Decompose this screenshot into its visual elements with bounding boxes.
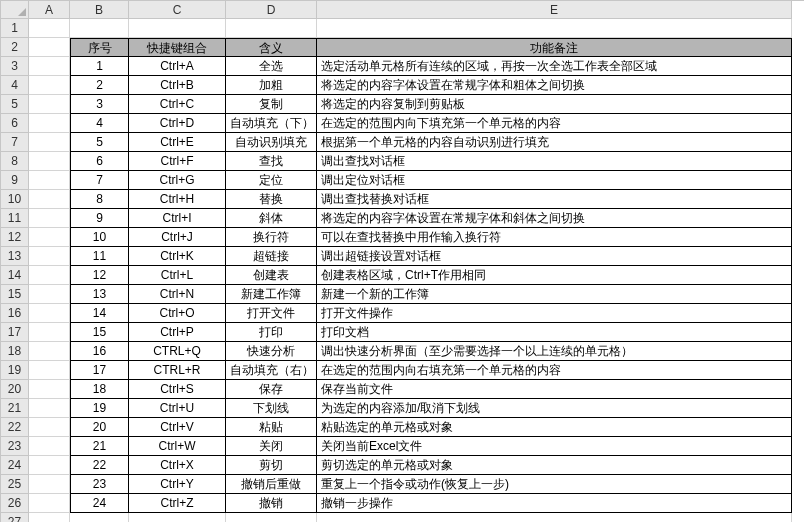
table-row[interactable]: 撤销后重做 [226, 475, 317, 494]
table-row[interactable]: 在选定的范围内向右填充第一个单元格的内容 [317, 361, 792, 380]
row-header-25[interactable]: 25 [1, 475, 29, 494]
table-row[interactable]: 关闭当前Excel文件 [317, 437, 792, 456]
cell[interactable] [29, 114, 70, 133]
cell[interactable] [29, 304, 70, 323]
table-row[interactable]: Ctrl+O [129, 304, 226, 323]
table-row[interactable]: 14 [70, 304, 129, 323]
table-row[interactable]: Ctrl+S [129, 380, 226, 399]
table-row[interactable]: CTRL+Q [129, 342, 226, 361]
cell[interactable] [29, 494, 70, 513]
cell[interactable] [29, 38, 70, 57]
cell[interactable] [29, 190, 70, 209]
table-row[interactable]: 为选定的内容添加/取消下划线 [317, 399, 792, 418]
row-header-24[interactable]: 24 [1, 456, 29, 475]
table-row[interactable]: 根据第一个单元格的内容自动识别进行填充 [317, 133, 792, 152]
row-header-16[interactable]: 16 [1, 304, 29, 323]
table-row[interactable]: Ctrl+E [129, 133, 226, 152]
cell[interactable] [29, 380, 70, 399]
table-row[interactable]: 剪切选定的单元格或对象 [317, 456, 792, 475]
table-row[interactable]: Ctrl+X [129, 456, 226, 475]
table-row[interactable]: 粘贴 [226, 418, 317, 437]
table-row[interactable]: 调出超链接设置对话框 [317, 247, 792, 266]
table-row[interactable]: Ctrl+F [129, 152, 226, 171]
row-header-17[interactable]: 17 [1, 323, 29, 342]
table-row[interactable]: Ctrl+D [129, 114, 226, 133]
table-row[interactable]: CTRL+R [129, 361, 226, 380]
table-row[interactable]: 调出快速分析界面（至少需要选择一个以上连续的单元格） [317, 342, 792, 361]
row-header-4[interactable]: 4 [1, 76, 29, 95]
row-header-11[interactable]: 11 [1, 209, 29, 228]
cell[interactable] [129, 513, 226, 522]
table-row[interactable]: 剪切 [226, 456, 317, 475]
cell[interactable] [70, 513, 129, 522]
table-row[interactable]: 21 [70, 437, 129, 456]
table-row[interactable]: Ctrl+W [129, 437, 226, 456]
table-row[interactable]: 换行符 [226, 228, 317, 247]
spreadsheet-grid[interactable]: ABCDE12序号快捷键组合含义功能备注31Ctrl+A全选选定活动单元格所有连… [0, 0, 804, 522]
table-row[interactable]: 打印文档 [317, 323, 792, 342]
table-row[interactable]: 19 [70, 399, 129, 418]
table-row[interactable]: 保存 [226, 380, 317, 399]
table-row[interactable]: Ctrl+H [129, 190, 226, 209]
table-row[interactable]: Ctrl+V [129, 418, 226, 437]
table-row[interactable]: 18 [70, 380, 129, 399]
row-header-22[interactable]: 22 [1, 418, 29, 437]
table-row[interactable]: 1 [70, 57, 129, 76]
row-header-7[interactable]: 7 [1, 133, 29, 152]
table-row[interactable]: 15 [70, 323, 129, 342]
table-row[interactable]: 可以在查找替换中用作输入换行符 [317, 228, 792, 247]
row-header-13[interactable]: 13 [1, 247, 29, 266]
cell[interactable] [29, 418, 70, 437]
cell[interactable] [129, 19, 226, 38]
table-row[interactable]: 2 [70, 76, 129, 95]
row-header-26[interactable]: 26 [1, 494, 29, 513]
cell[interactable] [226, 19, 317, 38]
table-row[interactable]: 复制 [226, 95, 317, 114]
table-row[interactable]: 查找 [226, 152, 317, 171]
table-row[interactable]: 选定活动单元格所有连续的区域，再按一次全选工作表全部区域 [317, 57, 792, 76]
table-row[interactable]: 将选定的内容复制到剪贴板 [317, 95, 792, 114]
table-row[interactable]: 重复上一个指令或动作(恢复上一步) [317, 475, 792, 494]
table-row[interactable]: Ctrl+Z [129, 494, 226, 513]
table-row[interactable]: 6 [70, 152, 129, 171]
cell[interactable] [29, 513, 70, 522]
table-row[interactable]: 新建工作簿 [226, 285, 317, 304]
table-row[interactable]: 23 [70, 475, 129, 494]
row-header-12[interactable]: 12 [1, 228, 29, 247]
table-row[interactable]: 保存当前文件 [317, 380, 792, 399]
table-row[interactable]: 8 [70, 190, 129, 209]
table-row[interactable]: Ctrl+B [129, 76, 226, 95]
row-header-14[interactable]: 14 [1, 266, 29, 285]
table-row[interactable]: 撤销一步操作 [317, 494, 792, 513]
row-header-21[interactable]: 21 [1, 399, 29, 418]
table-row[interactable]: 斜体 [226, 209, 317, 228]
cell[interactable] [29, 133, 70, 152]
row-header-18[interactable]: 18 [1, 342, 29, 361]
table-row[interactable]: 调出查找对话框 [317, 152, 792, 171]
table-row[interactable]: 20 [70, 418, 129, 437]
row-header-1[interactable]: 1 [1, 19, 29, 38]
table-row[interactable]: 24 [70, 494, 129, 513]
row-header-15[interactable]: 15 [1, 285, 29, 304]
table-row[interactable]: 打印 [226, 323, 317, 342]
table-row[interactable]: 13 [70, 285, 129, 304]
table-row[interactable]: 快速分析 [226, 342, 317, 361]
cell[interactable] [29, 342, 70, 361]
table-row[interactable]: Ctrl+N [129, 285, 226, 304]
table-row[interactable]: 11 [70, 247, 129, 266]
table-row[interactable]: Ctrl+L [129, 266, 226, 285]
table-row[interactable]: 定位 [226, 171, 317, 190]
table-row[interactable]: 创建表 [226, 266, 317, 285]
table-row[interactable]: 在选定的范围内向下填充第一个单元格的内容 [317, 114, 792, 133]
cell[interactable] [29, 399, 70, 418]
cell[interactable] [29, 152, 70, 171]
cell[interactable] [29, 76, 70, 95]
cell[interactable] [226, 513, 317, 522]
table-row[interactable]: 12 [70, 266, 129, 285]
cell[interactable] [70, 19, 129, 38]
cell[interactable] [29, 285, 70, 304]
row-header-5[interactable]: 5 [1, 95, 29, 114]
table-row[interactable]: Ctrl+K [129, 247, 226, 266]
cell[interactable] [29, 209, 70, 228]
cell[interactable] [317, 19, 792, 38]
